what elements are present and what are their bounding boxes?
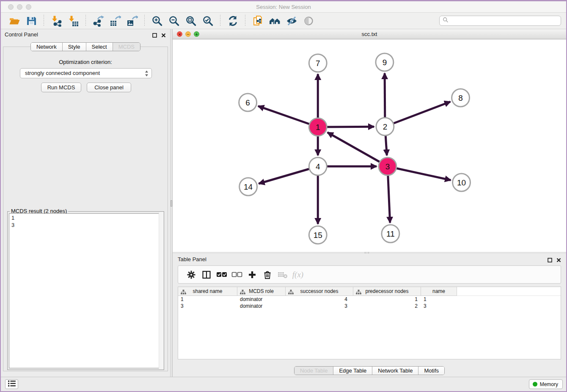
tab-network[interactable]: Network [31,43,63,51]
toolbar-separator [220,15,220,27]
export-image-icon[interactable] [126,14,138,27]
network-view-zoom-button[interactable]: + [194,31,199,37]
tab-node-table[interactable]: Node Table [295,367,334,375]
run-mcds-button[interactable]: Run MCDS [41,83,81,92]
open-session-icon[interactable] [8,14,21,27]
table-cell-name[interactable]: 3 [421,303,457,309]
table-cell-predecessor-nodes[interactable]: 1 [353,296,421,303]
export-table-icon[interactable] [109,14,121,27]
network-view-close-button[interactable]: × [177,31,182,37]
tab-network-table[interactable]: Network Table [372,367,418,375]
optimization-criterion-dropdown[interactable]: strongly connected component [20,68,152,78]
zoom-selected-icon[interactable] [201,14,214,27]
show-columns-icon[interactable] [199,269,214,280]
table-mode-icon[interactable] [184,269,199,280]
refresh-icon[interactable] [226,14,239,27]
mcds-result-text[interactable]: 13 [9,213,162,368]
function-builder-icon: f(x) [290,269,306,280]
save-session-icon[interactable] [25,14,38,27]
search-box[interactable] [439,16,561,26]
column-header-predecessor-nodes[interactable]: predecessor nodes [353,287,421,296]
memory-status-icon [533,382,537,386]
main-toolbar [1,13,566,29]
column-hierarchy-icon [288,289,294,297]
vertical-splitter-handle[interactable] [171,200,172,207]
network-graph[interactable]: 7968124314101511 [173,39,566,252]
graph-node-label-15: 15 [314,231,322,240]
zoom-fit-icon[interactable] [184,14,197,27]
new-column-icon[interactable] [245,269,260,280]
graph-node-label-11: 11 [386,229,395,238]
graph-edge-2-8[interactable] [385,102,450,127]
network-view-minimize-button[interactable]: − [185,31,191,37]
column-header-label: predecessor nodes [365,288,408,294]
network-canvas[interactable]: 7968124314101511 [173,39,566,252]
hide-selected-icon[interactable] [285,14,298,27]
table-cell-mcds-role[interactable]: dominator [237,303,286,309]
toolbar-separator [245,15,245,27]
network-view-title: scc.txt [173,29,566,39]
column-header-shared-name[interactable]: shared name [178,287,237,296]
delete-table-icon [275,269,290,280]
zoom-in-icon[interactable] [151,14,163,27]
control-panel-title: Control Panel [5,31,38,38]
control-panel-float-icon[interactable] [152,32,157,39]
tab-select[interactable]: Select [86,43,113,51]
column-hierarchy-icon [240,289,245,297]
search-input[interactable] [450,18,558,24]
network-view-traffic-lights: ×−+ [177,31,199,37]
table-cell-shared-name[interactable]: 3 [178,303,237,309]
zoom-out-icon[interactable] [168,14,180,27]
column-hierarchy-icon [181,289,186,297]
graph-node-label-9: 9 [383,58,387,67]
task-history-button[interactable] [5,379,18,389]
duplicate-network-icon[interactable] [251,14,264,27]
delete-columns-icon[interactable] [260,269,275,280]
table-row[interactable]: 3dominator323 [178,303,561,309]
table-row[interactable]: 1dominator411 [178,296,561,303]
table-cell-successor-nodes[interactable]: 4 [286,296,353,303]
table-panel-title: Table Panel [178,256,206,262]
graph-node-label-6: 6 [245,98,250,107]
tab-motifs[interactable]: Motifs [418,367,444,375]
column-header-label: successor nodes [300,288,338,294]
column-header-filler [457,287,561,296]
optimization-criterion-label: Optimization criterion: [3,59,168,65]
memory-button[interactable]: Memory [529,379,563,389]
graph-edge-3-10[interactable] [388,166,451,180]
table-panel-float-icon[interactable] [548,257,552,264]
column-header-name[interactable]: name [421,287,457,296]
node-table: shared nameMCDS rolesuccessor nodesprede… [178,287,561,359]
table-cell-name[interactable]: 1 [421,296,457,303]
graph-edge-3-1[interactable] [328,133,388,166]
result-scrollbar[interactable] [159,212,163,369]
export-network-icon[interactable] [92,14,105,27]
search-icon [443,17,449,25]
memory-label: Memory [540,381,558,387]
graph-node-label-7: 7 [316,59,320,68]
table-cell-successor-nodes[interactable]: 3 [286,303,353,309]
tab-style[interactable]: Style [63,43,86,51]
import-table-icon[interactable] [67,14,80,27]
table-toolbar: f(x) [178,265,561,284]
dropdown-stepper-icon [145,70,149,80]
toolbar-separator [44,15,44,27]
table-cell-shared-name[interactable]: 1 [178,296,237,303]
column-hierarchy-icon [356,289,361,297]
tab-mcds[interactable]: MCDS [113,43,140,51]
import-network-icon[interactable] [50,14,63,27]
graph-node-label-4: 4 [316,162,320,171]
select-all-icon[interactable] [214,269,229,280]
deselect-all-icon[interactable] [229,269,245,280]
first-neighbors-icon[interactable] [268,14,281,27]
mcds-panel: Optimization criterion: strongly connect… [3,47,168,371]
control-panel-tabs: NetworkStyleSelectMCDS [1,42,170,51]
column-header-successor-nodes[interactable]: successor nodes [286,287,353,296]
table-panel-close-icon[interactable] [556,257,561,264]
toolbar-separator [85,15,86,27]
table-cell-predecessor-nodes[interactable]: 2 [353,303,421,309]
control-panel-close-icon[interactable] [161,32,166,39]
column-header-mcds-role[interactable]: MCDS role [237,287,286,296]
tab-edge-table[interactable]: Edge Table [333,367,372,375]
close-panel-button[interactable]: Close panel [87,83,131,92]
